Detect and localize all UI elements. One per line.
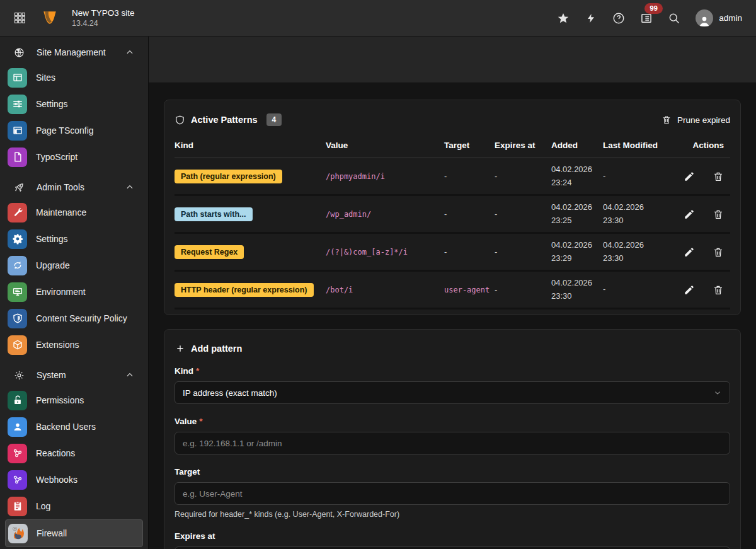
sidebar-item-environment[interactable]: Environment [0,279,148,305]
sidebar-item-backend-users[interactable]: Backend Users [0,413,148,440]
row-actions [673,246,730,258]
edit-icon[interactable] [684,171,695,182]
chevron-up-icon [125,48,134,57]
main-area: Active Patterns 4 Prune expired Kind Val… [149,37,756,549]
table-row: Path starts with... /wp_admin/ - - 04.02… [175,196,730,234]
avatar [696,9,713,27]
pattern-modified: 04.02.202623:30 [603,239,673,264]
delete-icon[interactable] [713,171,724,182]
value-field: Value* [175,417,730,454]
pattern-value: /phpmyadmin/i [326,172,444,181]
column-header: Added [551,141,603,150]
row-actions [673,171,730,182]
user-menu[interactable]: admin [696,9,742,27]
pattern-expires: - [495,171,551,181]
active-patterns-header: Active Patterns 4 Prune expired [175,109,730,130]
globe-icon [14,47,25,58]
system-information-icon[interactable]: 99 [640,12,653,25]
docheader [149,37,756,83]
chevron-up-icon [125,183,134,192]
sidebar-item-typoscript[interactable]: TypoScript [0,144,148,170]
shield-icon [8,309,27,328]
target-help-text: Required for header_* kinds (e.g. User-A… [175,510,730,519]
sidebar-item-reactions[interactable]: Reactions [0,440,148,466]
search-icon[interactable] [668,12,680,25]
sidebar-item-upgrade[interactable]: Upgrade [0,252,148,279]
value-label: Value* [175,417,730,426]
prune-expired-label: Prune expired [677,115,730,125]
sidebar-item-page-tsconfig[interactable]: Page TSconfig [0,117,148,144]
value-input[interactable] [175,432,730,454]
sidebar-section-label: Site Management [37,47,106,57]
card-title: Active Patterns [191,115,258,125]
nodes-network-icon [8,444,27,463]
kind-badge: Path starts with... [175,207,253,221]
sidebar-item-log[interactable]: Log [0,493,148,519]
column-header: Kind [175,141,326,150]
sidebar-item-site-settings[interactable]: Settings [0,91,148,117]
bookmark-star-icon[interactable] [557,12,570,25]
pattern-target: - [444,209,495,219]
server-monitor-icon [8,282,27,302]
kind-select[interactable]: IP address (exact match) [175,381,730,404]
sidebar-item-admin-settings[interactable]: Settings [0,226,148,252]
sites-icon [8,68,27,88]
typo3-logo-icon[interactable] [42,9,58,26]
expires-datetime-input[interactable]: tt.mm.jjjj, --:--:-- [175,546,730,549]
add-pattern-card: Add pattern Kind* IP address (exact matc… [164,329,741,549]
notification-badge: 99 [644,3,663,14]
clear-cache-bolt-icon[interactable] [585,12,597,25]
delete-icon[interactable] [713,209,724,220]
table-row: HTTP header (regular expression) /bot/i … [175,272,730,309]
pattern-modified: - [603,170,673,182]
column-header: Target [444,141,495,150]
sidebar-item-firewall[interactable]: Firewall [5,519,143,547]
column-header: Expires at [495,141,551,150]
cube-icon [8,335,27,355]
module-menu-icon[interactable] [11,9,28,26]
column-header: Actions [673,141,730,150]
clipboard-log-icon [8,497,27,516]
sidebar-item-content-security-policy[interactable]: Content Security Policy [0,305,148,332]
pattern-count-badge: 4 [266,113,282,126]
pattern-expires: - [495,209,551,219]
content-area: Active Patterns 4 Prune expired Kind Val… [149,83,756,549]
sidebar-item-permissions[interactable]: Permissions [0,387,148,413]
row-actions [673,284,730,296]
target-input[interactable] [175,482,730,505]
kind-badge: Request Regex [175,245,244,259]
kind-selected-value: IP address (exact match) [183,388,277,398]
sidebar-section-admin-tools[interactable]: Admin Tools [0,175,148,199]
column-header: Value [326,141,444,150]
pattern-target: user-agent [444,286,495,294]
help-icon[interactable] [612,12,625,25]
kind-label: Kind* [175,366,730,376]
pattern-value: /(?|&)com_[a-z]*/i [326,248,444,257]
pattern-added: 04.02.202623:25 [551,201,603,226]
active-patterns-card: Active Patterns 4 Prune expired Kind Val… [164,100,741,315]
pattern-expires: - [495,247,551,257]
delete-icon[interactable] [713,284,724,296]
sidebar-item-sites[interactable]: Sites [0,64,148,91]
target-label: Target [175,467,730,477]
edit-icon[interactable] [684,246,695,258]
edit-icon[interactable] [684,284,695,296]
sidebar-item-webhooks[interactable]: Webhooks [0,466,148,493]
delete-icon[interactable] [713,246,724,258]
pattern-modified: 04.02.202623:30 [603,201,673,226]
kind-badge: HTTP header (regular expression) [175,283,314,297]
firewall-watchdog-icon [8,524,28,543]
sidebar-item-maintenance[interactable]: Maintenance [0,199,148,226]
sidebar-section-site-management[interactable]: Site Management [0,40,148,64]
site-version: 13.4.24 [72,18,135,28]
brand: New TYPO3 site 13.4.24 [0,8,135,29]
pattern-expires: - [495,285,551,294]
sidebar-section-system[interactable]: System [0,363,148,387]
prune-expired-button[interactable]: Prune expired [662,115,730,125]
edit-icon[interactable] [684,209,695,220]
pattern-added: 04.02.202623:24 [551,163,603,188]
patterns-table-header: Kind Value Target Expires at Added Last … [175,136,730,158]
sidebar-item-extensions[interactable]: Extensions [0,332,148,358]
gear-icon [8,229,27,249]
pattern-added: 04.02.202623:29 [551,239,603,264]
